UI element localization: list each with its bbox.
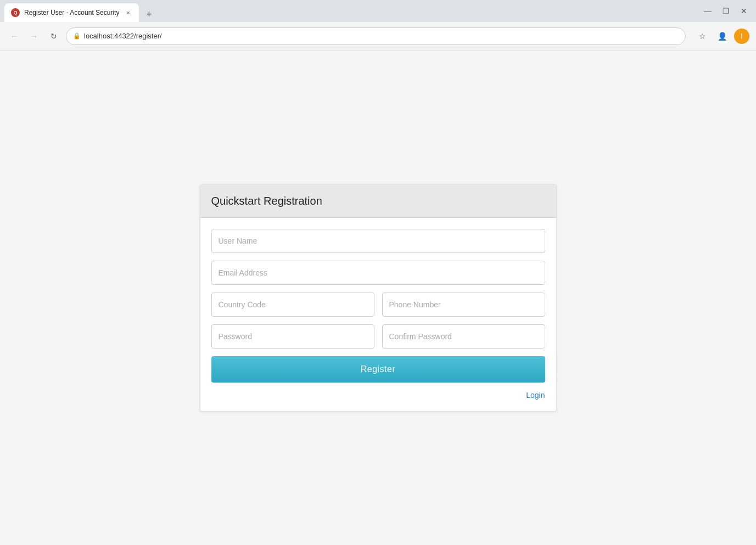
forward-button[interactable]: → bbox=[26, 29, 42, 44]
minimize-button[interactable]: — bbox=[704, 7, 712, 15]
title-bar: Q Register User - Account Security × + —… bbox=[0, 0, 756, 22]
star-button[interactable]: ☆ bbox=[695, 29, 710, 44]
email-input[interactable] bbox=[211, 261, 545, 285]
profile-icon: 👤 bbox=[718, 32, 727, 41]
maximize-button[interactable]: ❐ bbox=[723, 7, 730, 15]
card-body: Register Login bbox=[200, 218, 556, 411]
close-button[interactable]: ✕ bbox=[741, 7, 747, 15]
url-text: localhost:44322/register/ bbox=[84, 32, 162, 40]
registration-card: Quickstart Registration Register Login bbox=[200, 184, 557, 412]
forward-icon: → bbox=[30, 32, 38, 41]
page-content: Quickstart Registration Register Login bbox=[0, 50, 756, 545]
toolbar: ← → ↻ 🔒 localhost:44322/register/ ☆ 👤 ! bbox=[0, 22, 756, 50]
alert-button[interactable]: ! bbox=[734, 29, 749, 44]
username-input[interactable] bbox=[211, 229, 545, 253]
tab-close-button[interactable]: × bbox=[124, 8, 132, 17]
phone-input[interactable] bbox=[382, 293, 545, 317]
password-input[interactable] bbox=[211, 324, 374, 349]
confirm-password-input[interactable] bbox=[382, 324, 545, 349]
phone-row bbox=[211, 293, 545, 317]
password-row bbox=[211, 324, 545, 349]
browser-window: Q Register User - Account Security × + —… bbox=[0, 0, 756, 545]
card-title: Quickstart Registration bbox=[211, 195, 545, 207]
alert-icon: ! bbox=[741, 32, 743, 40]
reload-button[interactable]: ↻ bbox=[46, 29, 61, 44]
country-code-input[interactable] bbox=[211, 293, 374, 317]
tab-title: Register User - Account Security bbox=[24, 9, 119, 16]
address-bar[interactable]: 🔒 localhost:44322/register/ bbox=[66, 27, 686, 45]
star-icon: ☆ bbox=[699, 32, 706, 41]
login-link[interactable]: Login bbox=[526, 391, 545, 400]
toolbar-right: ☆ 👤 ! bbox=[695, 29, 749, 44]
back-button[interactable]: ← bbox=[7, 29, 22, 44]
active-tab[interactable]: Q Register User - Account Security × bbox=[4, 3, 139, 22]
window-controls: — ❐ ✕ bbox=[704, 7, 752, 15]
tab-favicon: Q bbox=[11, 8, 20, 17]
card-header: Quickstart Registration bbox=[200, 185, 556, 218]
login-link-row: Login bbox=[211, 390, 545, 400]
reload-icon: ↻ bbox=[51, 32, 57, 41]
tab-area: Q Register User - Account Security × + bbox=[4, 0, 156, 22]
profile-button[interactable]: 👤 bbox=[714, 29, 730, 44]
lock-icon: 🔒 bbox=[73, 32, 81, 40]
back-icon: ← bbox=[10, 32, 18, 41]
register-button[interactable]: Register bbox=[211, 356, 545, 383]
new-tab-button[interactable]: + bbox=[141, 7, 156, 22]
